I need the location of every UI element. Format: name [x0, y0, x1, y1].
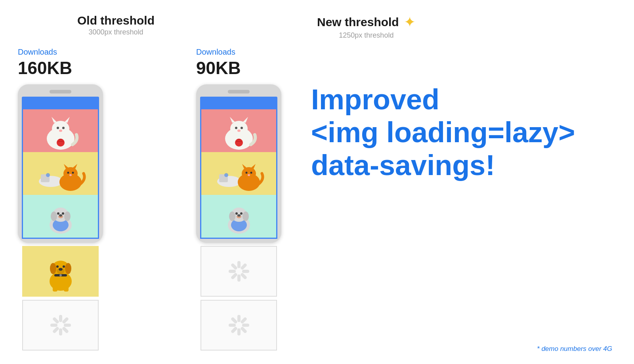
old-slot-loading [22, 300, 99, 351]
svg-marker-61 [251, 164, 256, 169]
phone-img-cat [23, 109, 98, 152]
svg-point-16 [72, 172, 74, 174]
svg-rect-81 [230, 263, 237, 270]
svg-point-73 [237, 214, 241, 217]
svg-point-71 [240, 212, 243, 215]
svg-rect-39 [59, 315, 62, 322]
svg-rect-76 [242, 270, 249, 273]
sparkle-icon: ✦ [404, 14, 416, 30]
new-threshold-column: Downloads 90KB [196, 48, 287, 351]
svg-rect-85 [240, 326, 247, 334]
svg-point-23 [57, 212, 59, 215]
svg-point-59 [242, 167, 256, 180]
new-threshold-subtitle: 1250px threshold [339, 31, 393, 40]
svg-rect-28 [53, 284, 57, 292]
svg-point-38 [59, 274, 62, 276]
svg-point-1 [52, 121, 69, 137]
svg-rect-75 [240, 263, 247, 270]
svg-rect-77 [240, 273, 247, 280]
svg-point-5 [62, 127, 65, 129]
new-threshold-title: New threshold [317, 15, 399, 29]
new-slot-loading-1 [201, 246, 277, 297]
improved-heading: Improved <img loading=lazy> data-savings… [311, 83, 610, 181]
old-downloads-size: 160KB [18, 58, 72, 78]
svg-point-24 [62, 212, 64, 215]
new-phone-img-cat [201, 109, 276, 152]
old-phone-frame [18, 84, 103, 243]
svg-point-69 [243, 212, 249, 221]
svg-rect-86 [237, 328, 241, 335]
phone-notch [50, 90, 71, 93]
svg-rect-40 [61, 317, 69, 324]
svg-marker-60 [242, 164, 247, 169]
svg-rect-29 [64, 284, 69, 292]
svg-point-34 [59, 268, 63, 271]
svg-marker-14 [73, 164, 77, 169]
svg-marker-3 [65, 117, 70, 123]
svg-point-64 [248, 174, 250, 176]
new-slot-loading-2 [201, 300, 277, 351]
svg-point-57 [224, 173, 228, 177]
new-downloads-label: Downloads [196, 48, 235, 57]
svg-point-53 [237, 130, 241, 132]
old-downloads-label: Downloads [18, 48, 57, 57]
svg-point-32 [65, 263, 71, 274]
svg-point-12 [63, 167, 78, 180]
svg-rect-89 [230, 317, 237, 324]
svg-marker-50 [243, 117, 248, 123]
old-threshold-subtitle: 3000px threshold [77, 28, 155, 36]
new-phone-img-orange-cat [201, 152, 276, 195]
svg-point-48 [230, 121, 248, 137]
svg-marker-49 [230, 117, 235, 123]
svg-point-51 [235, 127, 237, 129]
svg-rect-87 [230, 326, 237, 334]
svg-rect-79 [230, 273, 237, 280]
svg-point-21 [51, 212, 57, 221]
new-threshold-header: New threshold ✦ 1250px threshold [317, 14, 416, 40]
old-slot-yellow-dog [22, 246, 99, 297]
svg-point-36 [63, 265, 65, 268]
old-threshold-column: Downloads 160KB [18, 48, 109, 351]
new-downloads-size: 90KB [196, 58, 241, 78]
svg-point-31 [50, 263, 56, 274]
svg-rect-84 [242, 324, 249, 327]
svg-point-17 [69, 174, 72, 176]
svg-point-68 [229, 212, 235, 221]
svg-rect-43 [59, 328, 62, 335]
new-browser-bar [200, 97, 277, 109]
svg-rect-45 [50, 324, 57, 327]
svg-rect-88 [229, 324, 236, 327]
svg-point-54 [235, 139, 243, 147]
svg-point-70 [235, 212, 238, 215]
svg-rect-78 [237, 274, 241, 282]
svg-rect-41 [64, 324, 71, 327]
old-threshold-title: Old threshold [77, 14, 155, 27]
svg-point-6 [59, 130, 62, 132]
phone-img-orange-cat [23, 152, 98, 195]
svg-point-7 [57, 139, 65, 147]
svg-point-4 [57, 127, 59, 129]
svg-rect-82 [237, 315, 241, 322]
svg-rect-46 [52, 317, 59, 324]
svg-point-26 [59, 214, 62, 217]
svg-point-62 [245, 172, 247, 174]
new-phone-frame [196, 84, 281, 243]
svg-point-52 [241, 127, 243, 129]
svg-point-35 [56, 265, 59, 268]
svg-point-63 [250, 172, 252, 174]
svg-rect-83 [240, 317, 247, 324]
svg-rect-44 [52, 326, 59, 334]
svg-marker-2 [52, 117, 57, 123]
svg-point-22 [64, 212, 71, 221]
svg-point-10 [46, 173, 50, 177]
demo-note: * demo numbers over 4G [537, 345, 612, 353]
new-phone-notch [228, 90, 250, 93]
svg-rect-74 [237, 261, 241, 268]
new-phone-img-dog-blue [201, 195, 276, 238]
improved-section: Improved <img loading=lazy> data-savings… [287, 48, 610, 181]
svg-rect-42 [61, 326, 69, 334]
svg-point-15 [67, 172, 69, 174]
svg-rect-80 [229, 270, 236, 273]
svg-marker-13 [64, 164, 69, 169]
browser-bar [22, 97, 99, 109]
